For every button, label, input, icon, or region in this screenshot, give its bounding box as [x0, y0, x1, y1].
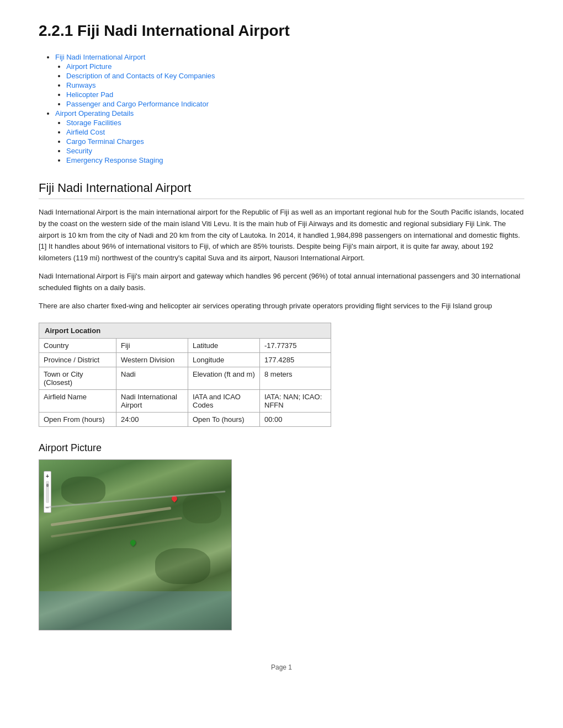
main-title: 2.2.1 Fiji Nadi International Airport	[39, 22, 524, 40]
toc-link-airport-picture[interactable]: Airport Picture	[66, 62, 111, 71]
table-cell-label: Country	[39, 339, 116, 353]
location-table: Airport Location Country Fiji Latitude -…	[39, 323, 331, 427]
table-cell-label: Open To (hours)	[188, 413, 260, 427]
table-cell-value: Fiji	[116, 339, 188, 353]
table-of-contents: Fiji Nadi International Airport Airport …	[44, 53, 524, 164]
airport-map-image: + −	[39, 459, 232, 630]
toc-link-fiji-nadi[interactable]: Fiji Nadi International Airport	[55, 53, 145, 61]
map-zoom-control[interactable]: + −	[44, 471, 51, 513]
zoom-slider-track	[46, 481, 49, 503]
toc-link-passenger-cargo[interactable]: Passenger and Cargo Performance Indicato…	[66, 100, 209, 108]
table-cell-label: Airfield Name	[39, 390, 116, 413]
description-para3: There are also charter fixed-wing and he…	[39, 301, 524, 312]
terrain-patch-1	[61, 477, 105, 504]
table-cell-label: Elevation (ft and m)	[188, 367, 260, 390]
table-row: Country Fiji Latitude -17.77375	[39, 339, 331, 353]
table-cell-label: Latitude	[188, 339, 260, 353]
description-para1: Nadi International Airport is the main i…	[39, 207, 524, 264]
water-area	[39, 591, 231, 630]
toc-link-emergency[interactable]: Emergency Response Staging	[66, 156, 163, 164]
airport-picture-title: Airport Picture	[39, 442, 524, 454]
page-number: Page 1	[271, 663, 292, 671]
table-cell-value: 00:00	[260, 413, 331, 427]
zoom-in-button[interactable]: +	[44, 473, 51, 480]
toc-link-helicopter[interactable]: Helicopter Pad	[66, 90, 113, 99]
table-row: Open From (hours) 24:00 Open To (hours) …	[39, 413, 331, 427]
table-cell-label: Open From (hours)	[39, 413, 116, 427]
table-cell-label: IATA and ICAO Codes	[188, 390, 260, 413]
table-cell-label: Province / District	[39, 353, 116, 367]
description-para2: Nadi International Airport is Fiji's mai…	[39, 271, 524, 294]
table-cell-value: IATA: NAN; ICAO: NFFN	[260, 390, 331, 413]
table-cell-value: Western Division	[116, 353, 188, 367]
table-row: Province / District Western Division Lon…	[39, 353, 331, 367]
terrain-patch-3	[183, 493, 221, 523]
table-row: Town or City (Closest) Nadi Elevation (f…	[39, 367, 331, 390]
page-footer: Page 1	[39, 663, 524, 671]
table-header: Airport Location	[39, 323, 331, 339]
terrain-patch-2	[155, 548, 210, 584]
zoom-slider-thumb	[46, 484, 49, 487]
airport-section-title: Fiji Nadi International Airport	[39, 181, 524, 199]
table-cell-label: Town or City (Closest)	[39, 367, 116, 390]
table-cell-value: 177.4285	[260, 353, 331, 367]
zoom-out-button[interactable]: −	[44, 504, 51, 511]
table-cell-value: 8 meters	[260, 367, 331, 390]
table-cell-label: Longitude	[188, 353, 260, 367]
toc-link-description[interactable]: Description of and Contacts of Key Compa…	[66, 72, 215, 80]
toc-link-storage[interactable]: Storage Facilities	[66, 119, 121, 127]
table-cell-value: Nadi International Airport	[116, 390, 188, 413]
toc-link-airport-operating[interactable]: Airport Operating Details	[55, 109, 134, 117]
toc-link-airfield-cost[interactable]: Airfield Cost	[66, 128, 105, 136]
toc-link-runways[interactable]: Runways	[66, 81, 95, 89]
table-cell-value: Nadi	[116, 367, 188, 390]
table-cell-value: -17.77375	[260, 339, 331, 353]
toc-link-cargo-terminal[interactable]: Cargo Terminal Charges	[66, 137, 144, 146]
table-row: Airfield Name Nadi International Airport…	[39, 390, 331, 413]
table-cell-value: 24:00	[116, 413, 188, 427]
toc-link-security[interactable]: Security	[66, 147, 92, 155]
